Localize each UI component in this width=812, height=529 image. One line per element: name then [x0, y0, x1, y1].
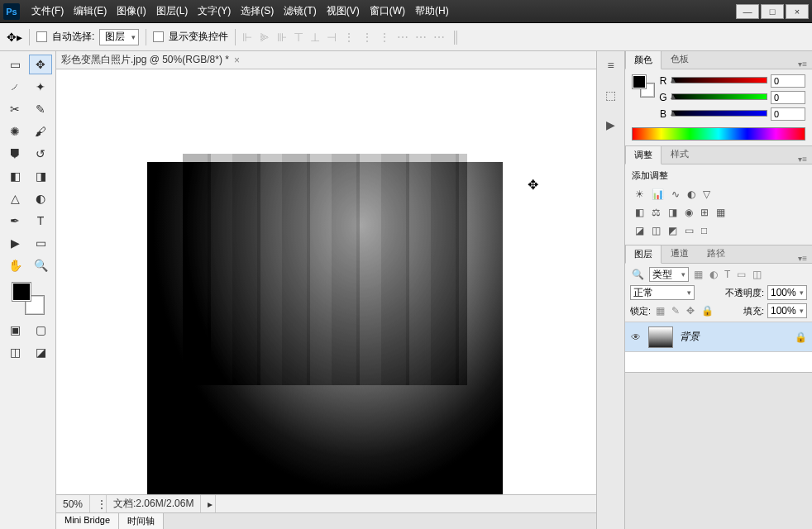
healing-tool[interactable]: ✺ — [3, 122, 26, 141]
filter-adjust-icon[interactable]: ◐ — [708, 269, 719, 280]
b-value[interactable]: 0 — [771, 107, 805, 121]
lock-position-icon[interactable]: ✎ — [670, 305, 681, 317]
g-slider[interactable]: ▲ — [671, 93, 767, 102]
levels-icon[interactable]: 📊 — [652, 188, 664, 200]
vibrance-icon[interactable]: ▽ — [703, 188, 710, 200]
r-slider[interactable]: ▲ — [671, 77, 767, 85]
menu-layer[interactable]: 图层(L) — [151, 1, 193, 21]
r-value[interactable]: 0 — [771, 74, 805, 88]
eyedropper-tool[interactable]: ✎ — [29, 99, 52, 119]
hand-tool[interactable]: ✋ — [3, 255, 26, 275]
move-tool-icon[interactable]: ✥▸ — [7, 31, 22, 44]
lock-move-icon[interactable]: ✥ — [685, 305, 696, 317]
move-tool[interactable]: ✥ — [29, 55, 52, 74]
dodge-tool[interactable]: ◐ — [29, 188, 52, 208]
auto-select-checkbox[interactable] — [36, 31, 47, 42]
menu-view[interactable]: 视图(V) — [322, 1, 365, 21]
gradient-map-icon[interactable]: ▭ — [685, 225, 694, 236]
menu-help[interactable]: 帮助(H) — [410, 1, 454, 21]
filter-kind-icon[interactable]: 🔍 — [630, 269, 646, 280]
crop-tool[interactable]: ✂ — [3, 99, 26, 119]
b-slider[interactable]: ▲ — [671, 110, 767, 118]
color-balance-icon[interactable]: ⚖ — [652, 207, 661, 218]
menu-filter[interactable]: 滤镜(T) — [279, 1, 321, 21]
tab-channels[interactable]: 通道 — [662, 244, 698, 263]
menu-image[interactable]: 图像(I) — [112, 1, 150, 21]
layers-panel-menu-icon[interactable]: ▾≡ — [793, 254, 812, 263]
document-tab[interactable]: 彩色变黑白照片.jpg @ 50%(RGB/8*) * × — [56, 51, 596, 69]
filter-shape-icon[interactable]: ▭ — [735, 269, 748, 280]
filter-type-icon[interactable]: T — [723, 269, 732, 280]
threshold-icon[interactable]: ◩ — [668, 225, 677, 236]
eraser-tool[interactable]: ◧ — [3, 166, 26, 186]
brightness-icon[interactable]: ☀ — [635, 188, 644, 200]
hue-sat-icon[interactable]: ◧ — [635, 207, 644, 218]
close-button[interactable]: × — [786, 4, 809, 19]
color-swatches[interactable] — [12, 282, 45, 315]
marquee-tool[interactable]: ▭ — [3, 55, 26, 74]
brush-tool[interactable]: 🖌 — [29, 122, 52, 141]
document-tab-close[interactable]: × — [234, 55, 240, 66]
tab-timeline[interactable]: 时间轴 — [119, 513, 164, 529]
maximize-button[interactable]: □ — [761, 4, 784, 19]
zoom-level[interactable]: 50% — [56, 495, 90, 512]
color-panel-menu-icon[interactable]: ▾≡ — [793, 60, 812, 69]
menu-window[interactable]: 窗口(W) — [365, 1, 410, 21]
layer-thumbnail[interactable] — [648, 326, 673, 348]
canvas[interactable]: ✥ — [56, 69, 596, 494]
adjust-panel-menu-icon[interactable]: ▾≡ — [793, 155, 812, 164]
channel-mixer-icon[interactable]: ⊞ — [700, 207, 709, 218]
spectrum-bar[interactable] — [632, 127, 805, 141]
history-brush-tool[interactable]: ↺ — [29, 144, 52, 164]
pen-tool[interactable]: ✒ — [3, 211, 26, 231]
tab-color[interactable]: 颜色 — [625, 50, 662, 69]
invert-icon[interactable]: ◪ — [635, 225, 644, 236]
type-tool[interactable]: T — [29, 211, 52, 231]
lasso-tool[interactable]: ⟋ — [3, 77, 26, 97]
tab-styles[interactable]: 样式 — [662, 145, 698, 164]
tab-adjustments[interactable]: 调整 — [625, 145, 662, 164]
filter-kind-dropdown[interactable]: 类型 — [649, 267, 689, 282]
tab-swatches[interactable]: 色板 — [662, 50, 698, 69]
status-handle-icon[interactable]: ⋮ — [90, 495, 107, 512]
tab-mini-bridge[interactable]: Mini Bridge — [56, 513, 119, 529]
photo-filter-icon[interactable]: ◉ — [685, 207, 693, 218]
path-select-tool[interactable]: ▶ — [3, 233, 26, 253]
history-panel-icon[interactable]: ≡ — [602, 56, 620, 74]
extras-toggle[interactable]: ◫ — [3, 342, 26, 362]
lock-all-icon[interactable]: 🔒 — [700, 305, 715, 317]
layer-name[interactable]: 背景 — [680, 330, 700, 344]
tab-paths[interactable]: 路径 — [698, 244, 734, 263]
exposure-icon[interactable]: ◐ — [687, 188, 695, 200]
layer-row-background[interactable]: 👁 背景 🔒 — [625, 322, 812, 352]
auto-select-target-dropdown[interactable]: 图层 — [99, 29, 139, 45]
quick-select-tool[interactable]: ✦ — [29, 77, 52, 97]
minimize-button[interactable]: — — [736, 4, 759, 19]
opacity-field[interactable]: 100% — [767, 285, 807, 300]
panel-foreground-swatch[interactable] — [632, 74, 647, 89]
fill-field[interactable]: 100% — [767, 303, 807, 318]
blend-mode-dropdown[interactable]: 正常 — [630, 285, 695, 300]
zoom-tool[interactable]: 🔍 — [29, 255, 52, 275]
curves-icon[interactable]: ∿ — [671, 188, 680, 200]
shape-tool[interactable]: ▭ — [29, 233, 52, 253]
lookup-icon[interactable]: ▦ — [716, 207, 725, 218]
doc-size-info[interactable]: 文档:2.06M/2.06M — [107, 495, 201, 512]
play-icon[interactable]: ▶ — [602, 116, 620, 134]
screen-mode-toggle[interactable]: ▢ — [29, 320, 52, 340]
filter-pixel-icon[interactable]: ▦ — [692, 269, 705, 280]
stamp-tool[interactable]: ⛊ — [3, 144, 26, 164]
g-value[interactable]: 0 — [771, 91, 805, 104]
selective-color-icon[interactable]: □ — [701, 225, 707, 236]
show-transform-checkbox[interactable] — [153, 31, 164, 42]
lock-pixels-icon[interactable]: ▦ — [654, 305, 666, 317]
menu-select[interactable]: 选择(S) — [236, 1, 279, 21]
extras-toggle-2[interactable]: ◪ — [29, 342, 52, 362]
menu-file[interactable]: 文件(F) — [26, 1, 69, 21]
foreground-swatch[interactable] — [12, 282, 31, 302]
menu-edit[interactable]: 编辑(E) — [69, 1, 112, 21]
gradient-tool[interactable]: ◨ — [29, 166, 52, 186]
tab-layers[interactable]: 图层 — [625, 245, 662, 264]
visibility-icon[interactable]: 👁 — [630, 331, 642, 343]
posterize-icon[interactable]: ◫ — [652, 225, 661, 236]
